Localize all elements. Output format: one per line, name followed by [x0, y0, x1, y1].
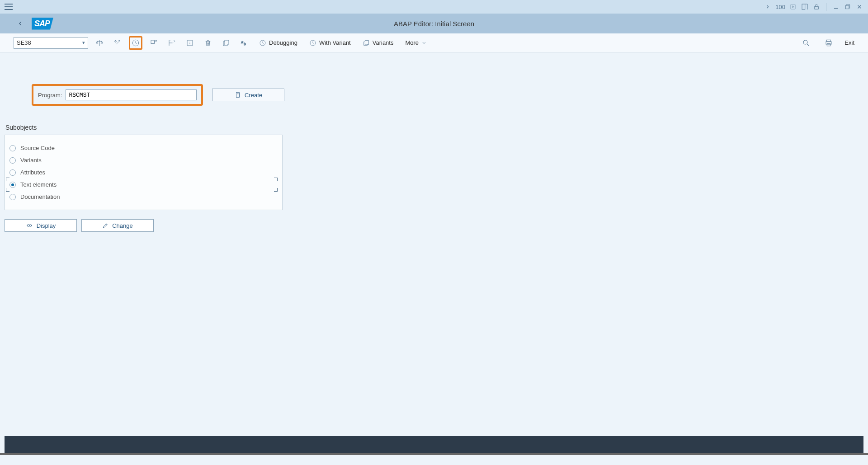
radio-icon — [9, 157, 16, 164]
bottom-strip — [0, 453, 868, 455]
status-bar — [5, 436, 863, 453]
close-icon[interactable] — [855, 3, 863, 11]
radio-documentation[interactable]: Documentation — [9, 191, 278, 203]
header: SAP ABAP Editor: Initial Screen — [0, 14, 868, 33]
svg-rect-14 — [225, 40, 229, 45]
page-title: ABAP Editor: Initial Screen — [394, 20, 474, 28]
svg-rect-6 — [845, 5, 849, 9]
radio-text-elements[interactable]: Text elements — [9, 178, 278, 191]
program-input[interactable] — [66, 89, 197, 100]
layout-icon[interactable] — [801, 3, 809, 11]
expand-icon[interactable] — [147, 36, 160, 50]
minimize-icon[interactable] — [832, 3, 840, 11]
program-label: Program: — [38, 92, 62, 99]
trash-icon[interactable] — [201, 36, 215, 50]
program-field-highlight: Program: — [32, 84, 203, 106]
radio-icon — [9, 182, 16, 188]
with-variant-button[interactable]: With Variant — [306, 38, 354, 48]
svg-text:A: A — [241, 40, 243, 43]
forward-icon[interactable] — [764, 3, 772, 11]
radio-icon — [9, 145, 16, 151]
rename-icon[interactable]: AB — [237, 36, 251, 50]
display-button[interactable]: Display — [5, 219, 77, 232]
unlock-icon[interactable] — [812, 3, 821, 11]
svg-rect-22 — [827, 40, 831, 42]
svg-rect-10 — [151, 40, 155, 44]
main: Program: Create Subobjects Source Code V… — [0, 52, 868, 232]
exit-button[interactable]: Exit — [844, 39, 854, 46]
radio-icon — [9, 194, 16, 200]
wizard-icon[interactable] — [111, 36, 124, 50]
radio-source-code[interactable]: Source Code — [9, 142, 278, 154]
tcode-input[interactable]: SE38 ▾ — [14, 37, 88, 49]
system-bar: 100 — [0, 0, 868, 14]
where-used-icon[interactable] — [165, 36, 179, 50]
play-icon[interactable] — [789, 3, 797, 11]
radio-variants[interactable]: Variants — [9, 154, 278, 166]
svg-line-21 — [807, 44, 809, 46]
more-menu[interactable]: More — [401, 38, 430, 48]
svg-point-20 — [803, 40, 807, 44]
svg-rect-24 — [827, 43, 831, 46]
chevron-down-icon: ▾ — [82, 40, 85, 46]
svg-rect-2 — [802, 4, 805, 9]
svg-rect-25 — [236, 93, 239, 98]
print-icon[interactable] — [822, 36, 835, 50]
svg-point-28 — [29, 225, 32, 227]
variants-button[interactable]: Variants — [359, 38, 397, 48]
restore-icon[interactable] — [844, 3, 852, 11]
toolbar: SE38 ▾ AB Debugging — [0, 33, 868, 52]
create-button[interactable]: Create — [212, 89, 284, 101]
debugging-button[interactable]: Debugging — [255, 38, 301, 48]
zoom-level: 100 — [775, 4, 785, 10]
subobjects-label: Subobjects — [5, 124, 868, 131]
change-button[interactable]: Change — [81, 219, 154, 232]
back-button[interactable] — [14, 17, 27, 30]
execute-icon[interactable] — [129, 36, 142, 50]
copy-icon[interactable] — [219, 36, 233, 50]
svg-rect-19 — [365, 40, 368, 44]
radio-icon — [9, 169, 16, 176]
svg-rect-3 — [814, 6, 818, 9]
menu-icon[interactable] — [5, 4, 13, 10]
svg-text:B: B — [244, 42, 246, 46]
scale-icon[interactable] — [93, 36, 106, 50]
svg-marker-1 — [793, 6, 794, 8]
sap-logo: SAP — [32, 18, 53, 30]
radio-attributes[interactable]: Attributes — [9, 166, 278, 178]
subobjects-group: Source Code Variants Attributes Text ele… — [5, 135, 283, 210]
info-icon[interactable] — [183, 36, 197, 50]
search-icon[interactable] — [799, 36, 813, 50]
svg-point-27 — [27, 225, 29, 227]
